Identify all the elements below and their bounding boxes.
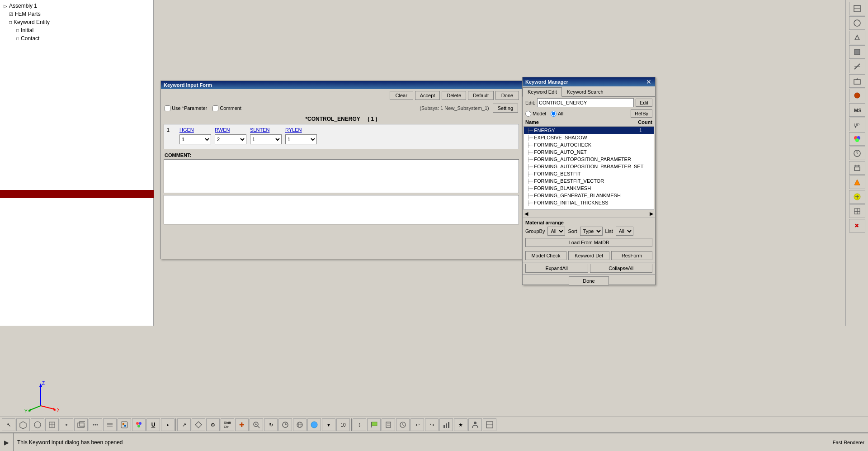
rwen-select[interactable]: 123 — [215, 134, 246, 144]
rylen-select[interactable]: 123 — [285, 134, 317, 144]
toolbar-btn-2[interactable] — [849, 16, 865, 30]
toolbar-btn-3[interactable] — [849, 31, 865, 44]
toolbar-dots-btn[interactable] — [89, 418, 102, 431]
km-keyword-item[interactable]: ├─ FORMING_GENERATE_BLANKMESH — [524, 192, 654, 199]
field-label-slnten[interactable]: SLNTEN — [250, 127, 273, 133]
field-label-hgen[interactable]: HGEN — [179, 127, 202, 133]
toolbar-color3-btn[interactable] — [307, 418, 321, 431]
toolbar-shiftctrl-btn[interactable]: ShiftCtrl — [221, 418, 234, 431]
toolbar-redo-btn[interactable]: ↪ — [425, 418, 439, 431]
toolbar-color2-btn[interactable] — [118, 418, 131, 431]
delete-button[interactable]: Delete — [442, 91, 466, 100]
toolbar-btn-15[interactable] — [849, 204, 865, 218]
toolbar-point-btn[interactable] — [60, 418, 73, 431]
collapse-all-button[interactable]: CollapseAll — [590, 264, 653, 273]
toolbar-chart-btn[interactable] — [439, 418, 453, 431]
toolbar-btn-1[interactable] — [849, 2, 865, 15]
toolbar-btn-11[interactable]: ? — [849, 147, 865, 160]
tree-item-initial[interactable]: □ Initial — [2, 26, 151, 34]
toolbar-btn-14[interactable] — [849, 190, 865, 204]
toolbar-btn-7[interactable] — [849, 89, 865, 102]
km-edit-input[interactable]: CONTROL_ENERGY — [537, 98, 634, 107]
toolbar-btn-4[interactable] — [849, 45, 865, 59]
field-label-rwen[interactable]: RWEN — [215, 127, 237, 133]
toolbar-btn-13[interactable] — [849, 176, 865, 189]
toolbar-arrow2-btn[interactable]: ↗ — [177, 418, 191, 431]
radio-all[interactable]: All — [551, 111, 563, 117]
radio-model[interactable]: Model — [525, 111, 546, 117]
km-keyword-item[interactable]: ├─ FORMING_AUTOCHECK — [524, 141, 654, 148]
toolbar-flag-btn[interactable] — [367, 418, 381, 431]
tab-keyword-search[interactable]: Keyword Search — [562, 87, 609, 96]
toolbar-clock-btn[interactable] — [396, 418, 410, 431]
tree-item-keyword-entity[interactable]: □ Keyword Entity — [2, 18, 151, 26]
toolbar-mesh-btn[interactable] — [45, 418, 59, 431]
sort-select[interactable]: Type — [580, 227, 603, 236]
toolbar-move-btn[interactable]: ⊹ — [353, 418, 366, 431]
keyword-del-button[interactable]: Keyword Del — [568, 251, 609, 260]
accept-button[interactable]: Accept — [415, 91, 440, 100]
toolbar-u-btn[interactable]: U — [146, 418, 160, 431]
toolbar-box2-btn[interactable] — [192, 418, 205, 431]
model-check-button[interactable]: Model Check — [525, 251, 566, 260]
kif-extra-textarea[interactable] — [164, 195, 519, 224]
km-keyword-list[interactable]: ├─ ENERGY1├─ EXPLOSIVE_SHADOW├─ FORMING_… — [524, 126, 654, 210]
setting-button[interactable]: Setting — [493, 104, 518, 113]
toolbar-rotate-btn[interactable]: ↻ — [264, 418, 278, 431]
tree-item-contact[interactable]: □ Contact — [2, 34, 151, 43]
km-done-button[interactable]: Done — [569, 276, 609, 285]
km-close-button[interactable]: ✕ — [645, 79, 652, 85]
km-keyword-item[interactable]: ├─ ENERGY1 — [524, 127, 654, 134]
km-keyword-item[interactable]: ├─ FORMING_BESTFIT — [524, 170, 654, 177]
scroll-left-arrow[interactable]: ◀ — [524, 211, 528, 217]
toolbar-btn-9[interactable]: UP▼ — [849, 118, 865, 131]
kif-comment-textarea[interactable] — [164, 160, 519, 191]
groupby-select[interactable]: All — [547, 227, 565, 236]
tab-keyword-edit[interactable]: Keyword Edit — [523, 87, 562, 97]
toolbar-globe-btn[interactable] — [293, 418, 307, 431]
toolbar-palette-btn[interactable] — [132, 418, 146, 431]
list-select[interactable]: All — [616, 227, 633, 236]
toolbar-box-btn[interactable] — [74, 418, 88, 431]
km-keyword-item[interactable]: ├─ EXPLOSIVE_SHADOW — [524, 134, 654, 141]
slnten-select[interactable]: 123 — [250, 134, 282, 144]
toolbar-btn-5[interactable] — [849, 60, 865, 73]
use-parameter-checkbox[interactable]: Use *Parameter — [165, 105, 207, 111]
done-button[interactable]: Done — [495, 91, 519, 100]
toolbar-btn-color[interactable] — [849, 132, 865, 146]
field-label-rylen[interactable]: RYLEN — [285, 127, 308, 133]
toolbar-box3-btn[interactable] — [483, 418, 496, 431]
toolbar-num-btn[interactable]: 10 — [336, 418, 350, 431]
toolbar-undo-btn[interactable]: ↩ — [410, 418, 424, 431]
toolbar-btn-8[interactable]: MS — [849, 103, 865, 117]
scroll-right-arrow[interactable]: ▶ — [650, 211, 653, 217]
refby-button[interactable]: RefBy — [631, 109, 652, 118]
default-button[interactable]: Default — [468, 91, 494, 100]
toolbar-btn-16[interactable]: ✖ — [849, 219, 865, 233]
res-form-button[interactable]: ResForm — [611, 251, 652, 260]
toolbar-person-btn[interactable] — [468, 418, 482, 431]
toolbar-gear-btn[interactable]: ⚙ — [206, 418, 220, 431]
km-keyword-item[interactable]: ├─ FORMING_BESTFIT_VECTOR — [524, 177, 654, 185]
km-edit-button[interactable]: Edit — [636, 99, 652, 107]
expand-all-button[interactable]: ExpandAll — [525, 264, 588, 273]
km-keyword-item[interactable]: ├─ FORMING_AUTO_NET — [524, 148, 654, 156]
comment-checkbox[interactable]: Comment — [212, 105, 241, 111]
toolbar-dropdown-btn[interactable]: ▼ — [322, 418, 335, 431]
toolbar-star-btn[interactable]: ★ — [454, 418, 467, 431]
toolbar-cross-btn[interactable]: ✚ — [235, 418, 249, 431]
toolbar-btn-6[interactable] — [849, 74, 865, 88]
toolbar-sheet-btn[interactable] — [382, 418, 395, 431]
toolbar-arrow-btn[interactable]: ↖ — [2, 418, 15, 431]
toolbar-sphere-btn[interactable] — [31, 418, 44, 431]
toolbar-dot-btn[interactable]: ● — [161, 418, 175, 431]
tree-item-fem-parts[interactable]: ☑ FEM Parts — [2, 10, 151, 18]
toolbar-grid-btn[interactable] — [103, 418, 117, 431]
clear-button[interactable]: Clear — [390, 91, 413, 100]
toolbar-btn-12[interactable] — [849, 161, 865, 175]
toolbar-circle-btn[interactable] — [278, 418, 292, 431]
km-keyword-item[interactable]: ├─ FORMING_BLANKMESH — [524, 185, 654, 192]
km-keyword-item[interactable]: ├─ FORMING_AUTOPOSITION_PARAMETER — [524, 156, 654, 163]
hgen-select[interactable]: 123 — [179, 134, 211, 144]
km-keyword-item[interactable]: ├─ FORMING_INITIAL_THICKNESS — [524, 199, 654, 206]
